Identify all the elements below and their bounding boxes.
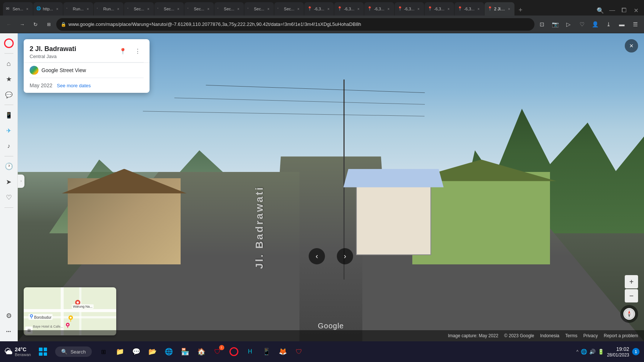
- street-view[interactable]: Jl. Badrawati Google ‹ › × 2 Jl. Badrawa…: [18, 33, 644, 341]
- taskbar-explorer[interactable]: 📂: [145, 344, 160, 359]
- back-button[interactable]: ←: [3, 18, 15, 30]
- tab-close-run1[interactable]: ×: [85, 6, 90, 11]
- tab-map4[interactable]: 📍 -6,3... ×: [395, 2, 424, 16]
- tab-sec3[interactable]: ▪ Sec... ×: [184, 2, 214, 16]
- terms-link[interactable]: Terms: [565, 333, 577, 338]
- extensions-button[interactable]: ⊡: [536, 18, 548, 30]
- start-button[interactable]: [35, 344, 51, 359]
- maximize-button[interactable]: ⧠: [619, 5, 629, 16]
- tab-map1[interactable]: 📍 -6,3... ×: [304, 2, 334, 16]
- taskbar-edge[interactable]: 🌐: [161, 344, 176, 359]
- profile-button[interactable]: 👤: [589, 18, 601, 30]
- reload-button[interactable]: ↻: [30, 18, 41, 30]
- mini-map[interactable]: Borobudur Warung Na...: [24, 287, 116, 335]
- sidebar-item-tiktok[interactable]: ♪: [2, 139, 16, 153]
- tab-sec6[interactable]: ▪ Sec... ×: [274, 2, 304, 16]
- forward-button[interactable]: →: [16, 18, 28, 30]
- taskbar-ms-store[interactable]: 🏪: [178, 344, 192, 359]
- network-icon[interactable]: 🌐: [581, 349, 587, 355]
- street-view-close-button[interactable]: ×: [625, 39, 638, 53]
- tab-close-sec3[interactable]: ×: [206, 6, 211, 11]
- tab-run1[interactable]: ▪ Run... ×: [63, 2, 93, 16]
- address-bar[interactable]: 🔒 www.google.com/maps/place/Warung+Narut…: [56, 18, 534, 31]
- tab-sec2[interactable]: ▪ Sec... ×: [154, 2, 184, 16]
- taskbar-firefox[interactable]: 🦊: [275, 344, 290, 359]
- taskbar-av[interactable]: 🛡: [292, 344, 306, 359]
- sidebar-item-more[interactable]: •••: [2, 324, 16, 338]
- tab-close-map6[interactable]: ×: [476, 6, 481, 11]
- tab-close-map3[interactable]: ×: [386, 6, 391, 11]
- info-more-button[interactable]: ⋮: [132, 45, 144, 57]
- opera-logo-button[interactable]: [2, 36, 16, 50]
- sidebar-item-whatsapp[interactable]: 📱: [2, 108, 16, 122]
- tab-sec4[interactable]: ▪ Sec... ×: [214, 2, 244, 16]
- tab-close-run2[interactable]: ×: [115, 6, 121, 11]
- tab-close-map5[interactable]: ×: [446, 6, 451, 11]
- send-button[interactable]: ▷: [563, 18, 574, 30]
- notification-badge[interactable]: 1: [632, 348, 640, 355]
- volume-icon[interactable]: 🔊: [589, 349, 596, 355]
- tab-current[interactable]: 📍 2 Jl.... ×: [484, 2, 514, 16]
- tab-map3[interactable]: 📍 -6,3... ×: [364, 2, 394, 16]
- battery-icon[interactable]: 🔋: [598, 349, 604, 355]
- taskbar-opera[interactable]: [227, 344, 241, 359]
- minimize-button[interactable]: —: [607, 5, 617, 16]
- tab-sec5[interactable]: ▪ Sec... ×: [244, 2, 274, 16]
- menu-button[interactable]: ☰: [629, 18, 641, 30]
- tab-close-current[interactable]: ×: [506, 6, 511, 11]
- tab-close-sec1[interactable]: ×: [146, 6, 151, 11]
- tab-map5[interactable]: 📍 -6,3... ×: [425, 2, 454, 16]
- tab-close-sec6[interactable]: ×: [296, 6, 301, 11]
- clock-widget[interactable]: 19:02 28/01/2023: [607, 346, 629, 358]
- taskbar-whatsapp[interactable]: 📱: [259, 344, 274, 359]
- chevron-up-icon[interactable]: ^: [576, 349, 578, 354]
- weather-widget[interactable]: 🌥 24°C Berawan: [4, 346, 31, 357]
- download-button[interactable]: ⤓: [603, 18, 614, 30]
- indonesia-link[interactable]: Indonesia: [540, 333, 559, 338]
- sidebar-item-bookmarks[interactable]: ★: [2, 72, 16, 86]
- info-pin-button[interactable]: 📍: [117, 45, 129, 57]
- tab-sec1[interactable]: ▪ Sec... ×: [124, 2, 154, 16]
- tab-close-sec5[interactable]: ×: [266, 6, 271, 11]
- tab-close-map4[interactable]: ×: [416, 6, 421, 11]
- zoom-in-button[interactable]: +: [625, 275, 638, 288]
- sidebar-item-messenger[interactable]: 💬: [2, 88, 16, 102]
- taskbar-bitdefender[interactable]: 🛡 !: [210, 344, 225, 359]
- sidebar-item-home[interactable]: ⌂: [2, 57, 16, 71]
- tab-close-map2[interactable]: ×: [356, 6, 361, 11]
- taskbar-search-bar[interactable]: 🔍 Search: [55, 346, 91, 357]
- taskbar-files[interactable]: 📁: [113, 344, 127, 359]
- close-window-button[interactable]: ✕: [631, 5, 641, 16]
- sidebar-item-send[interactable]: ➤: [2, 175, 16, 189]
- tab-close-sec2[interactable]: ×: [176, 6, 181, 11]
- tab-http[interactable]: 🌐 http... ×: [33, 2, 63, 16]
- report-problem-link[interactable]: Report a problem: [604, 333, 638, 338]
- privacy-link[interactable]: Privacy: [583, 333, 598, 338]
- screenshot-button[interactable]: 📷: [549, 18, 561, 30]
- apps-button[interactable]: ⊞: [43, 18, 55, 30]
- taskbar-home-app[interactable]: 🏠: [194, 344, 209, 359]
- compass-button[interactable]: [620, 305, 638, 323]
- tab-gmail[interactable]: ✉ Sen... ×: [3, 2, 33, 16]
- taskbar-holo[interactable]: H: [243, 344, 258, 359]
- tab-map6[interactable]: 📍 -6,3... ×: [455, 2, 484, 16]
- street-view-prev-button[interactable]: ‹: [309, 248, 325, 264]
- search-browser-button[interactable]: 🔍: [595, 5, 606, 16]
- wishlist-button[interactable]: ♡: [576, 18, 588, 30]
- taskbar-teams[interactable]: 💬: [129, 344, 144, 359]
- battery-button[interactable]: ▬: [616, 18, 628, 30]
- sidebar-item-telegram[interactable]: ✈: [2, 124, 16, 138]
- tab-map2[interactable]: 📍 -6,3... ×: [334, 2, 364, 16]
- street-view-next-button[interactable]: ›: [337, 248, 353, 264]
- taskbar-task-view[interactable]: ⊞: [96, 344, 111, 359]
- sidebar-item-heart[interactable]: ♡: [2, 190, 16, 204]
- tab-close-sec4[interactable]: ×: [236, 6, 241, 11]
- see-more-dates-link[interactable]: See more dates: [57, 83, 91, 88]
- tab-run2[interactable]: ▪ Run... ×: [94, 2, 124, 16]
- new-tab-button[interactable]: +: [515, 4, 526, 16]
- zoom-out-button[interactable]: −: [625, 289, 638, 302]
- tab-close-map1[interactable]: ×: [326, 6, 331, 11]
- tab-close-http[interactable]: ×: [55, 6, 60, 11]
- tab-close-gmail[interactable]: ×: [25, 6, 30, 11]
- sidebar-collapse-button[interactable]: ›: [18, 175, 24, 188]
